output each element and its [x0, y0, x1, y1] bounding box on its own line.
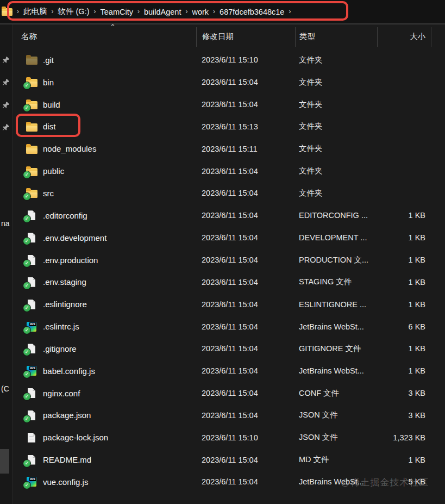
- name-wrap: ✓ package.json: [25, 409, 91, 421]
- name-wrap: ✓ .env.production: [25, 254, 98, 266]
- file-rows: .git 2023/6/11 15:10 文件夹 ✓ bin 2023/6/11…: [13, 49, 445, 493]
- name-wrap: ✓ bin: [25, 76, 54, 88]
- name-wrap: WS ✓ babel.config.js: [25, 365, 95, 377]
- name-cell: ✓ README.md: [13, 454, 196, 466]
- date-modified: 2023/6/11 15:04: [196, 477, 295, 486]
- name-wrap: node_modules: [25, 143, 96, 155]
- name-wrap: ✓ .gitignore: [25, 343, 77, 354]
- file-type: 文件夹: [295, 99, 377, 110]
- breadcrumb-item[interactable]: 软件 (G:): [58, 7, 90, 17]
- name-cell: ✓ .env.development: [13, 232, 196, 244]
- file-name: dist: [43, 122, 55, 131]
- webstorm-label: WS: [29, 477, 36, 481]
- table-row[interactable]: ✓ .eslintignore 2023/6/11 15:04 ESLINTIG…: [13, 293, 445, 315]
- table-row[interactable]: ✓ .env.production 2023/6/11 15:04 PRODUC…: [13, 249, 445, 271]
- name-cell: ✓ bin: [13, 76, 196, 88]
- breadcrumb-item[interactable]: 687fdcefb3648c1e: [220, 8, 284, 16]
- name-wrap: WS ✓ vue.config.js: [25, 476, 88, 488]
- breadcrumb-folder-icon: [2, 8, 12, 16]
- table-row[interactable]: .git 2023/6/11 15:10 文件夹: [13, 49, 445, 71]
- column-header-date[interactable]: 修改日期: [196, 27, 295, 47]
- table-row[interactable]: WS ✓ babel.config.js 2023/6/11 15:04 Jet…: [13, 360, 445, 382]
- breadcrumb-item[interactable]: 此电脑: [23, 7, 47, 17]
- file-name: .gitignore: [43, 344, 77, 353]
- table-row[interactable]: node_modules 2023/6/11 15:11 文件夹: [13, 138, 445, 160]
- date-modified: 2023/6/11 15:04: [196, 233, 295, 242]
- table-row[interactable]: ✓ package.json 2023/6/11 15:04 JSON 文件 3…: [13, 405, 445, 427]
- pin-icon[interactable]: [2, 78, 10, 86]
- name-wrap: ✓ .editorconfig: [25, 209, 87, 221]
- column-header-size[interactable]: 大小: [377, 27, 431, 47]
- folder-icon: ✓: [25, 187, 38, 199]
- file-name: package-lock.json: [43, 433, 108, 442]
- column-headers: 名称 ⌃ 修改日期 类型 大小: [13, 24, 445, 49]
- table-row[interactable]: dist 2023/6/11 15:13 文件夹: [13, 116, 445, 138]
- name-cell: ✓ .env.production: [13, 254, 196, 266]
- file-icon: ✓: [25, 209, 38, 221]
- file-type: STAGING 文件: [295, 277, 377, 287]
- name-wrap: ✓ .eslintignore: [25, 298, 87, 310]
- check-badge-icon: ✓: [23, 282, 30, 289]
- date-modified: 2023/6/11 15:10: [196, 433, 295, 442]
- pin-icon[interactable]: [2, 56, 10, 64]
- chevron-right-icon: ›: [137, 8, 140, 15]
- check-badge-icon: ✓: [23, 460, 30, 467]
- column-header-type[interactable]: 类型: [295, 27, 377, 47]
- table-row[interactable]: WS ✓ .eslintrc.js 2023/6/11 15:04 JetBra…: [13, 315, 445, 338]
- pin-icon[interactable]: [2, 101, 10, 109]
- nav-scrollbar-thumb[interactable]: [0, 449, 9, 474]
- column-header-name[interactable]: 名称 ⌃: [13, 27, 196, 47]
- pin-icon[interactable]: [2, 123, 10, 131]
- file-type: JetBrains WebSt...: [295, 366, 377, 375]
- chevron-right-icon: ›: [52, 8, 54, 15]
- name-cell: WS ✓ .eslintrc.js: [13, 321, 196, 333]
- file-name: bin: [43, 78, 54, 87]
- table-row[interactable]: ✓ README.md 2023/6/11 15:04 MD 文件 1 KB: [13, 449, 445, 471]
- breadcrumb-item[interactable]: buildAgent: [144, 8, 181, 16]
- file-icon: ✓: [25, 232, 38, 244]
- table-row[interactable]: package-lock.json 2023/6/11 15:10 JSON 文…: [13, 426, 445, 449]
- file-type: 文件夹: [295, 77, 377, 88]
- date-modified: 2023/6/11 15:04: [196, 78, 295, 86]
- file-type: JetBrains WebSt...: [295, 322, 377, 331]
- icon-glyph: [28, 433, 35, 443]
- file-size: 3 KB: [377, 411, 431, 420]
- table-row[interactable]: ✓ build 2023/6/11 15:04 文件夹: [13, 94, 445, 116]
- folder-icon: ✓: [25, 165, 38, 177]
- file-type: CONF 文件: [295, 388, 377, 399]
- file-name: vue.config.js: [43, 477, 88, 487]
- table-row[interactable]: ✓ .editorconfig 2023/6/11 15:04 EDITORCO…: [13, 204, 445, 227]
- date-modified: 2023/6/11 15:04: [196, 344, 295, 353]
- date-modified: 2023/6/11 15:04: [196, 100, 295, 109]
- name-wrap: ✓ .env.staging: [25, 276, 86, 288]
- name-wrap: dist: [25, 121, 55, 133]
- breadcrumb-item[interactable]: work: [192, 8, 209, 16]
- breadcrumb-item[interactable]: TeamCity: [101, 8, 133, 16]
- check-badge-icon: ✓: [23, 415, 30, 422]
- name-cell: ✓ src: [13, 187, 196, 199]
- name-cell: package-lock.json: [13, 432, 196, 444]
- table-row[interactable]: ✓ .env.staging 2023/6/11 15:04 STAGING 文…: [13, 271, 445, 293]
- name-cell: WS ✓ vue.config.js: [13, 476, 196, 488]
- file-type: 文件夹: [295, 121, 377, 132]
- check-badge-icon: ✓: [23, 482, 30, 489]
- table-row[interactable]: ✓ nginx.conf 2023/6/11 15:04 CONF 文件 3 K…: [13, 382, 445, 405]
- table-row[interactable]: ✓ .env.development 2023/6/11 15:04 DEVEL…: [13, 227, 445, 249]
- table-row[interactable]: ✓ src 2023/6/11 15:04 文件夹: [13, 182, 445, 204]
- file-name: .env.production: [43, 256, 98, 265]
- table-row[interactable]: ✓ public 2023/6/11 15:04 文件夹: [13, 160, 445, 182]
- name-wrap: ✓ public: [25, 165, 64, 177]
- file-size: 1 KB: [377, 256, 431, 264]
- name-cell: ✓ .editorconfig: [13, 209, 196, 221]
- webstorm-icon: WS ✓: [25, 365, 38, 377]
- file-type: 文件夹: [295, 55, 377, 65]
- file-name: .eslintignore: [43, 300, 87, 309]
- table-row[interactable]: ✓ .gitignore 2023/6/11 15:04 GITIGNORE 文…: [13, 338, 445, 360]
- table-row[interactable]: ✓ bin 2023/6/11 15:04 文件夹: [13, 71, 445, 94]
- date-modified: 2023/6/11 15:04: [196, 278, 295, 287]
- file-name: .env.staging: [43, 277, 86, 287]
- file-name: src: [43, 189, 54, 198]
- webstorm-label: WS: [29, 366, 36, 370]
- name-wrap: WS ✓ .eslintrc.js: [25, 321, 79, 333]
- name-cell: ✓ public: [13, 165, 196, 177]
